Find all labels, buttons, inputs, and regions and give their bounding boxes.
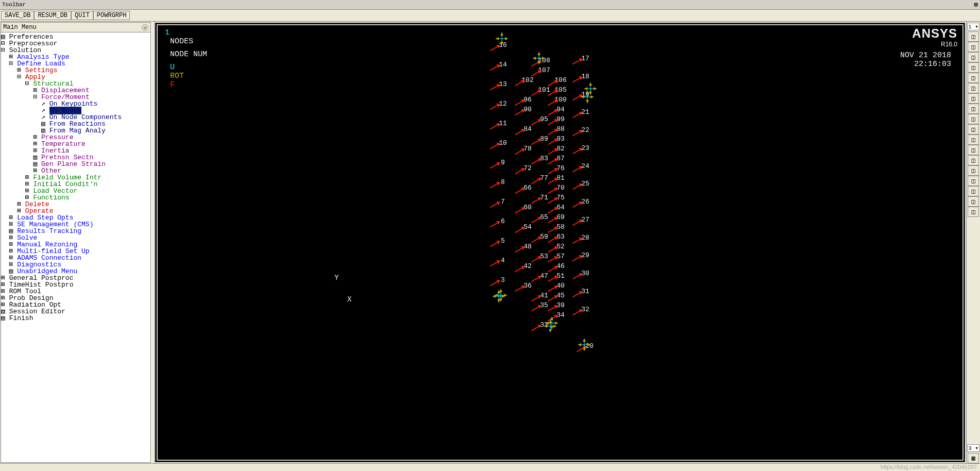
zoom-in-icon[interactable]: ◫ — [968, 104, 979, 114]
svg-marker-52 — [495, 294, 498, 297]
svg-marker-45 — [550, 326, 553, 329]
svg-marker-4 — [496, 37, 499, 40]
menu-collapse-icon[interactable]: ◶ — [142, 24, 148, 31]
svg-marker-46 — [546, 322, 549, 325]
svg-marker-40 — [578, 343, 581, 346]
svg-marker-53 — [504, 294, 507, 297]
constraint-icon — [532, 51, 546, 65]
node-plot: 1614131211109876543171819212223242526272… — [328, 29, 606, 359]
plot-legend: 1 NODES NODE NUM U ROT F — [165, 28, 207, 89]
pan-left-icon[interactable]: ◫ — [968, 134, 979, 145]
zoom-dynamic-icon[interactable]: ◫ — [968, 124, 979, 134]
constraint-icon — [494, 288, 508, 302]
constraint-icon — [580, 90, 595, 104]
statusbar — [0, 463, 980, 471]
tree-item-label: Finish — [9, 314, 33, 322]
brand-block: ANSYS R16.0 — [912, 26, 957, 48]
svg-marker-9 — [537, 61, 540, 64]
constraint-icon — [577, 338, 592, 352]
watermark: https://blog.csdn.net/weixin_42045297 — [881, 464, 977, 470]
svg-marker-2 — [500, 32, 503, 36]
toolbar-title: Toolbar — [2, 2, 26, 8]
powrgrph-button[interactable]: POWRGRPH — [93, 11, 130, 20]
resum-db-button[interactable]: RESUM_DB — [34, 11, 71, 20]
constraint-icon — [545, 316, 559, 330]
top-view-icon[interactable]: ◫ — [968, 62, 979, 73]
side-view-icon[interactable]: ◫ — [968, 52, 979, 62]
svg-marker-47 — [555, 322, 558, 325]
zoom-back-icon[interactable]: ◫ — [968, 114, 979, 124]
main-menu-panel: Main Menu ◶ ▤ Preferences⊟ Preprocessor⊟… — [1, 22, 151, 463]
fit-view-icon[interactable]: ◫ — [968, 83, 979, 93]
svg-marker-39 — [583, 348, 586, 351]
svg-marker-38 — [583, 339, 586, 342]
vertical-splitter[interactable] — [151, 22, 155, 463]
svg-marker-50 — [499, 289, 502, 292]
right-toolbar: 1 ▾ ◫◫◫◫◫◫◫◫◫◫◫◫◫◫◫◫◫◫ 3 ▾ ▦ — [966, 22, 980, 463]
svg-marker-41 — [587, 343, 590, 346]
main-toolbar: SAVE_DB RESUM_DB QUIT POWRGRPH — [0, 10, 980, 22]
svg-marker-22 — [581, 95, 584, 98]
svg-marker-8 — [537, 52, 540, 55]
front-view-icon[interactable]: ◫ — [968, 42, 979, 52]
svg-marker-14 — [589, 82, 592, 86]
tree-view[interactable]: ▤ Preferences⊟ Preprocessor⊟ Solution ⊞ … — [1, 32, 150, 462]
svg-marker-44 — [550, 317, 553, 320]
svg-marker-11 — [542, 57, 545, 60]
rotate-up-icon[interactable]: ◫ — [968, 155, 979, 165]
svg-marker-20 — [586, 91, 589, 94]
iso-view-icon[interactable]: ◫ — [968, 31, 979, 42]
graphics-canvas: 1 NODES NODE NUM U ROT F ANSYS R16.0 NOV… — [157, 24, 964, 461]
graphics-viewport[interactable]: 1 NODES NODE NUM U ROT F ANSYS R16.0 NOV… — [155, 23, 965, 462]
spin-icon[interactable]: ◫ — [968, 196, 979, 207]
svg-marker-10 — [533, 57, 536, 60]
svg-marker-3 — [500, 42, 503, 45]
zoom-window-icon[interactable]: ◫ — [968, 93, 979, 104]
window-select-bottom[interactable]: 3 ▾ — [967, 444, 979, 452]
rotate-y-icon[interactable]: ◫ — [968, 176, 979, 186]
svg-marker-51 — [499, 298, 502, 301]
datetime-block: NOV 21 2018 22:16:03 — [900, 51, 951, 69]
svg-marker-21 — [586, 100, 589, 103]
rotate-x-icon[interactable]: ◫ — [968, 165, 979, 176]
tool-extra[interactable]: ▦ — [968, 453, 979, 463]
main-menu-title: Main Menu — [3, 24, 37, 31]
dynamic-rotate-icon[interactable]: ◫ — [968, 207, 979, 217]
oblique-view-icon[interactable]: ◫ — [968, 73, 979, 83]
window-select-top[interactable]: 1 ▾ — [967, 23, 979, 30]
constraint-icon — [495, 31, 509, 46]
quit-button[interactable]: QUIT — [71, 11, 93, 20]
svg-marker-23 — [590, 95, 594, 98]
svg-marker-5 — [505, 37, 508, 40]
save-db-button[interactable]: SAVE_DB — [1, 11, 34, 20]
tree-item[interactable]: ▤ Finish — [1, 315, 150, 322]
rotate-z-icon[interactable]: ◫ — [968, 186, 979, 196]
close-icon[interactable]: ⊗ — [974, 1, 978, 9]
pan-right-icon[interactable]: ◫ — [968, 145, 979, 155]
